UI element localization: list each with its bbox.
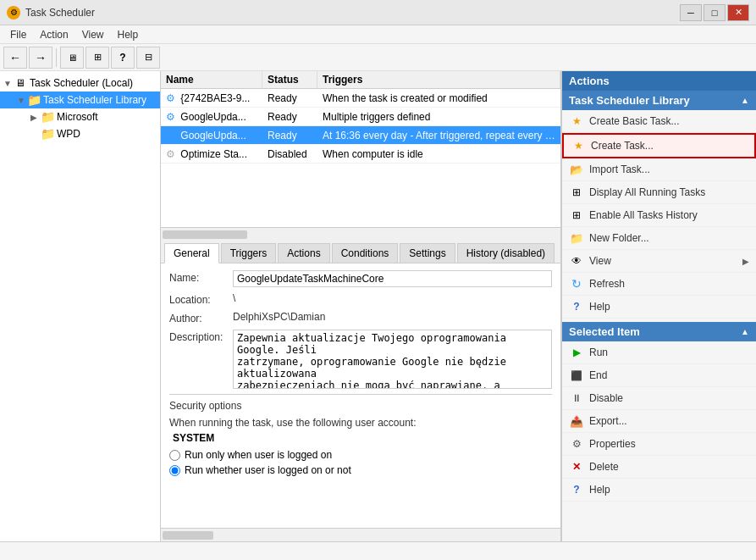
action-refresh-label: Refresh xyxy=(589,278,625,290)
action-run[interactable]: ▶ Run xyxy=(562,341,756,364)
tree-item-microsoft[interactable]: ▶ 📁 Microsoft xyxy=(0,108,160,125)
action-end[interactable]: ⬛ End xyxy=(562,364,756,387)
selected-item-header[interactable]: Selected Item ▲ xyxy=(562,322,756,341)
tab-settings[interactable]: Settings xyxy=(400,243,455,263)
action-refresh[interactable]: ↻ Refresh xyxy=(562,273,756,296)
description-row: Description: xyxy=(169,330,552,389)
tree-panel: ▼ 🖥 Task Scheduler (Local) ▼ 📁 Task Sche… xyxy=(0,71,161,541)
refresh-icon: ↻ xyxy=(569,276,584,291)
menu-view[interactable]: View xyxy=(75,27,111,42)
tab-history[interactable]: History (disabled) xyxy=(457,243,555,263)
tree-root[interactable]: ▼ 🖥 Task Scheduler (Local) xyxy=(0,75,160,91)
task-status-icon-3: ⚙ xyxy=(166,148,175,160)
action-create-basic[interactable]: ★ Create Basic Task... xyxy=(562,110,756,133)
maximize-button[interactable]: □ xyxy=(704,4,726,21)
tab-general[interactable]: General xyxy=(164,243,219,263)
security-section: Security options When running the task, … xyxy=(169,394,552,476)
back-button[interactable]: ← xyxy=(3,47,27,69)
table-row[interactable]: ⚙ GoogleUpda... Ready Multiple triggers … xyxy=(161,108,560,126)
table-row[interactable]: ⚙ GoogleUpda... Ready At 16:36 every day… xyxy=(161,126,560,145)
minimize-button[interactable]: ─ xyxy=(680,4,702,21)
task-list-hscroll[interactable] xyxy=(161,227,560,241)
menu-help[interactable]: Help xyxy=(111,27,146,42)
task-name-1: ⚙ GoogleUpda... xyxy=(161,109,262,125)
action-delete[interactable]: ✕ Delete xyxy=(562,456,756,479)
action-new-folder[interactable]: 📁 New Folder... xyxy=(562,227,756,250)
radio-logged-on[interactable] xyxy=(169,450,180,461)
display-running-icon: ⊞ xyxy=(569,185,584,200)
table-row[interactable]: ⚙ Optimize Sta... Disabled When computer… xyxy=(161,145,560,164)
tab-actions[interactable]: Actions xyxy=(278,243,329,263)
task-name-0: ⚙ {2742BAE3-9... xyxy=(161,91,262,106)
radio-option-logged-on: Run only when user is logged on xyxy=(169,449,552,461)
help-toolbar-button[interactable]: ? xyxy=(111,47,135,69)
action-enable-history-label: Enable All Tasks History xyxy=(589,209,698,221)
tab-conditions[interactable]: Conditions xyxy=(332,243,399,263)
tree-item-library-label: Task Scheduler Library xyxy=(43,94,146,106)
task-rows-container: ⚙ {2742BAE3-9... Ready When the task is … xyxy=(161,89,560,227)
microsoft-folder-icon: 📁 xyxy=(41,110,54,124)
actions-header-label: Actions xyxy=(569,75,610,87)
action-import-label: Import Task... xyxy=(589,164,650,175)
action-display-running[interactable]: ⊞ Display All Running Tasks xyxy=(562,181,756,204)
table-row[interactable]: ⚙ {2742BAE3-9... Ready When the task is … xyxy=(161,89,560,108)
tree-item-library[interactable]: ▼ 📁 Task Scheduler Library xyxy=(0,91,160,108)
task-list-area: Name Status Triggers ⚙ {2742BAE3-9... Re… xyxy=(161,71,560,241)
title-bar-left: ⚙ Task Scheduler xyxy=(7,6,95,19)
task-triggers-3: When computer is idle xyxy=(317,147,560,162)
action-disable[interactable]: ⏸ Disable xyxy=(562,387,756,410)
wpd-folder-icon: 📁 xyxy=(41,127,54,141)
action-enable-history[interactable]: ⊞ Enable All Tasks History xyxy=(562,204,756,227)
radio-not-logged-on[interactable] xyxy=(169,465,180,476)
help-selected-icon: ? xyxy=(569,482,584,497)
menu-file[interactable]: File xyxy=(3,27,33,42)
header-triggers: Triggers xyxy=(317,71,560,88)
action-new-folder-label: New Folder... xyxy=(589,232,649,244)
enable-history-icon: ⊞ xyxy=(569,208,584,223)
toolbar: ← → 🖥 ⊞ ? ⊟ xyxy=(0,44,756,71)
name-input[interactable] xyxy=(233,270,552,287)
action-disable-label: Disable xyxy=(589,392,623,404)
library-section-header[interactable]: Task Scheduler Library ▲ xyxy=(562,91,756,110)
tab-triggers[interactable]: Triggers xyxy=(221,243,277,263)
security-title: Security options xyxy=(169,400,552,412)
show-hide-button[interactable]: ⊞ xyxy=(86,47,109,69)
tree-item-microsoft-label: Microsoft xyxy=(57,111,98,123)
action-export[interactable]: 📤 Export... xyxy=(562,410,756,433)
action-help-selected-label: Help xyxy=(589,484,610,496)
tree-expand-root: ▼ xyxy=(3,79,14,88)
detail-hscroll[interactable] xyxy=(161,528,560,541)
status-bar xyxy=(0,541,756,560)
security-user: SYSTEM xyxy=(169,432,552,444)
export-icon: 📤 xyxy=(569,413,584,429)
disable-icon: ⏸ xyxy=(569,391,584,406)
title-bar: ⚙ Task Scheduler ─ □ ✕ xyxy=(0,0,756,25)
detail-content: Name: Location: \ Author: DelphiXsPC\Dam… xyxy=(161,263,560,528)
tree-item-wpd-label: WPD xyxy=(57,128,80,140)
action-create-basic-label: Create Basic Task... xyxy=(589,115,680,127)
action-view[interactable]: 👁 View ▶ xyxy=(562,250,756,273)
action-help-library[interactable]: ? Help xyxy=(562,296,756,319)
tree-expand-microsoft: ▶ xyxy=(30,113,41,122)
app-icon: ⚙ xyxy=(7,6,20,19)
close-button[interactable]: ✕ xyxy=(727,4,749,21)
action-display-running-label: Display All Running Tasks xyxy=(589,186,705,198)
action-create-task[interactable]: ★ Create Task... xyxy=(562,133,756,158)
task-status-icon-0: ⚙ xyxy=(166,92,175,104)
action-delete-label: Delete xyxy=(589,461,619,473)
action-run-label: Run xyxy=(589,347,608,358)
tree-item-wpd[interactable]: 📁 WPD xyxy=(0,125,160,142)
up-button[interactable]: 🖥 xyxy=(60,47,84,69)
menu-action[interactable]: Action xyxy=(33,27,74,42)
selected-item-label: Selected Item xyxy=(569,325,640,338)
tree-expand-library: ▼ xyxy=(17,96,27,105)
action-import[interactable]: 📂 Import Task... xyxy=(562,158,756,181)
view-arrow-icon: ▶ xyxy=(742,257,749,266)
import-icon: 📂 xyxy=(569,162,584,177)
description-textarea[interactable] xyxy=(233,330,552,389)
collapse-button[interactable]: ⊟ xyxy=(136,47,160,69)
forward-button[interactable]: → xyxy=(29,47,52,69)
action-help-selected[interactable]: ? Help xyxy=(562,479,756,502)
task-status-icon-1: ⚙ xyxy=(166,111,175,123)
action-properties[interactable]: ⚙ Properties xyxy=(562,433,756,456)
